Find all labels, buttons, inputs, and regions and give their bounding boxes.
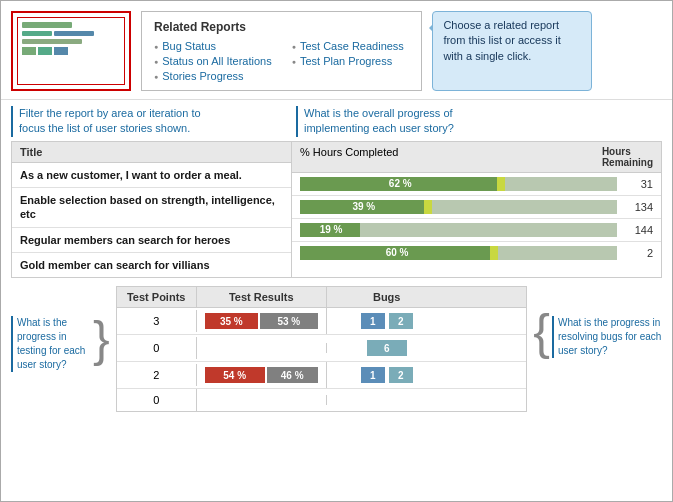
stories-table: Title As a new customer, I want to order…	[12, 142, 292, 277]
link-status-iterations[interactable]: Status on All Iterations	[154, 55, 272, 67]
bottom-table: Test Points Test Results Bugs 3 35 % 53 …	[116, 286, 528, 412]
bugs-3: 1 2	[327, 362, 447, 388]
tr-4	[197, 395, 327, 405]
bug-badge-teal-3: 2	[389, 367, 413, 383]
bottom-row-1: 3 35 % 53 % 1 2	[117, 308, 527, 335]
bottom-row-3: 2 54 % 46 % 1 2	[117, 362, 527, 389]
progress-row-2: 39 % 134	[292, 196, 661, 219]
testing-progress-note: What is the progress in testing for each…	[11, 316, 91, 372]
related-reports-grid: Bug Status Test Case Readiness Status on…	[154, 40, 409, 82]
bug-badge-blue-1: 1	[361, 313, 385, 329]
progress-table: % Hours Completed HoursRemaining 62 % 31…	[292, 142, 661, 277]
tr-1: 35 % 53 %	[197, 308, 327, 334]
bugs-progress-note: What is the progress in resolving bugs f…	[552, 316, 662, 358]
tr-3: 54 % 46 %	[197, 362, 327, 388]
tp-3: 2	[117, 364, 197, 386]
related-reports-box: Related Reports Bug Status Test Case Rea…	[141, 11, 422, 91]
tp-4: 0	[117, 389, 197, 411]
link-test-plan-progress[interactable]: Test Plan Progress	[292, 55, 410, 67]
top-section: Related Reports Bug Status Test Case Rea…	[1, 1, 672, 100]
progress-note: What is the overall progress of implemen…	[296, 106, 516, 137]
hours-3: 144	[623, 224, 653, 236]
link-bug-status[interactable]: Bug Status	[154, 40, 272, 52]
story-row-1: As a new customer, I want to order a mea…	[12, 163, 291, 188]
bug-badge-teal-2: 6	[367, 340, 407, 356]
bugs-2: 6	[327, 335, 447, 361]
link-stories-progress[interactable]: Stories Progress	[154, 70, 272, 82]
col-bugs: Bugs	[327, 287, 447, 307]
tp-2: 0	[117, 337, 197, 359]
bugs-4	[327, 395, 447, 405]
stories-table-header: Title	[12, 142, 291, 163]
progress-header-label: % Hours Completed	[300, 146, 398, 168]
tp-1: 3	[117, 310, 197, 332]
bug-badge-blue-3: 1	[361, 367, 385, 383]
link-test-case-readiness[interactable]: Test Case Readiness	[292, 40, 410, 52]
hours-4: 2	[623, 247, 653, 259]
bottom-row-2: 0 6	[117, 335, 527, 362]
bug-badge-teal-1: 2	[389, 313, 413, 329]
hours-2: 134	[623, 201, 653, 213]
progress-row-3: 19 % 144	[292, 219, 661, 242]
bottom-row-4: 0	[117, 389, 527, 411]
bugs-1: 1 2	[327, 308, 447, 334]
report-thumbnail	[11, 11, 131, 91]
info-bubble: Choose a related report from this list o…	[432, 11, 592, 91]
filter-note: Filter the report by area or iteration t…	[11, 106, 206, 137]
hours-1: 31	[623, 178, 653, 190]
story-row-4: Gold member can search for villians	[12, 253, 291, 277]
progress-table-header: % Hours Completed HoursRemaining	[292, 142, 661, 173]
hours-remaining-label: HoursRemaining	[602, 146, 653, 168]
progress-row-4: 60 % 2	[292, 242, 661, 264]
story-row-3: Regular members can search for heroes	[12, 228, 291, 253]
progress-row-1: 62 % 31	[292, 173, 661, 196]
story-row-2: Enable selection based on strength, inte…	[12, 188, 291, 228]
tr-2	[197, 343, 327, 353]
related-reports-title: Related Reports	[154, 20, 409, 34]
col-test-points: Test Points	[117, 287, 197, 307]
col-test-results: Test Results	[197, 287, 327, 307]
